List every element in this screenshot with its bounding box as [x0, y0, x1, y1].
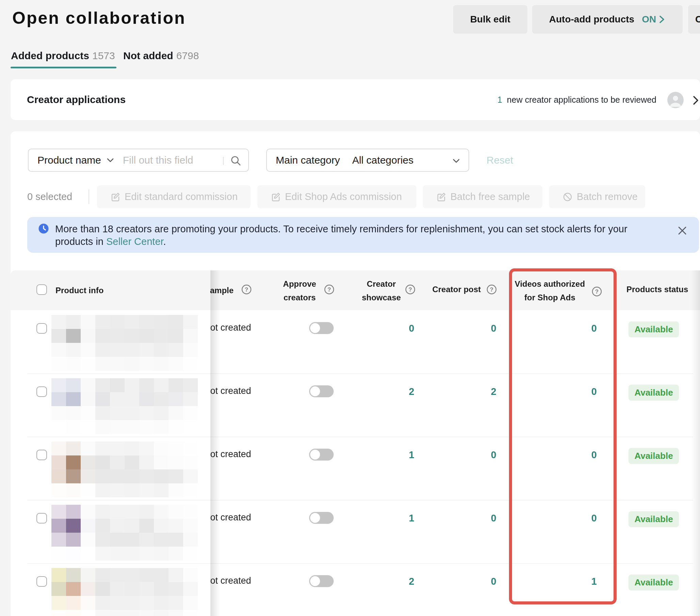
svg-text:?: ?	[245, 286, 248, 293]
svg-text:?: ?	[409, 286, 412, 293]
svg-text:?: ?	[490, 286, 493, 293]
svg-text:?: ?	[327, 286, 331, 293]
